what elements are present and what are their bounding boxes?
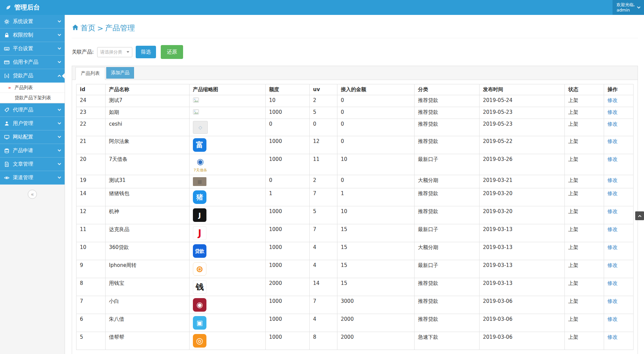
tab-0[interactable]: 产品列表 bbox=[75, 67, 105, 80]
cell-name: 如期 bbox=[106, 107, 190, 119]
table-row: 9Iphone周转⊛1000415最新口子2019-03-13上架修改 bbox=[76, 260, 634, 278]
breadcrumb: 首页 > 产品管理 bbox=[72, 15, 638, 38]
cell-status: 上架 bbox=[565, 119, 604, 136]
app-header: 管理后台 欢迎光临, admin bbox=[0, 0, 644, 15]
app-title: 管理后台 bbox=[14, 3, 40, 12]
cell-action: 修改 bbox=[604, 206, 634, 224]
edit-link[interactable]: 修改 bbox=[607, 244, 618, 250]
cell-date: 2019-03-20 bbox=[480, 188, 565, 206]
cell-amount: 0 bbox=[337, 95, 415, 107]
filter-button[interactable]: 筛选 bbox=[136, 46, 156, 58]
column-header-date: 发布时间 bbox=[480, 84, 565, 95]
edit-link[interactable]: 修改 bbox=[607, 109, 618, 115]
back-to-top-button[interactable] bbox=[635, 211, 644, 220]
cell-thumb: ◇ bbox=[190, 119, 266, 136]
sidebar-item-9[interactable]: 文章管理 bbox=[0, 158, 65, 171]
cell-status: 上架 bbox=[565, 296, 604, 314]
sidebar-item-8[interactable]: 产品申请 bbox=[0, 144, 65, 158]
home-icon bbox=[72, 24, 79, 33]
product-thumbnail: ▦ bbox=[193, 177, 206, 186]
breadcrumb-home-link[interactable]: 首页 bbox=[72, 23, 95, 33]
edit-link[interactable]: 修改 bbox=[607, 190, 618, 196]
cell-thumb bbox=[190, 95, 266, 107]
cell-thumb: ⊛ bbox=[190, 260, 266, 278]
sidebar-nav: 系统设置权限控制平台设置信用卡产品$贷款产品»产品列表»贷款产品下架列表代理产品… bbox=[0, 15, 65, 185]
cell-amount: 15 bbox=[337, 224, 415, 242]
account-dropdown[interactable]: 欢迎光临, admin bbox=[613, 0, 644, 15]
tab-1[interactable]: 添加产品 bbox=[106, 67, 134, 79]
cell-amount: 0 bbox=[337, 119, 415, 136]
cell-category: 最新口子 bbox=[415, 154, 480, 175]
column-header-uv: uv bbox=[310, 84, 337, 95]
cell-action: 修改 bbox=[604, 107, 634, 119]
cell-quota: 1000 bbox=[266, 260, 310, 278]
sidebar-item-4[interactable]: $贷款产品 bbox=[0, 69, 65, 83]
sidebar-item-0[interactable]: 系统设置 bbox=[0, 15, 65, 28]
cell-status: 上架 bbox=[565, 175, 604, 188]
cell-thumb: 富 bbox=[190, 136, 266, 154]
edit-link[interactable]: 修改 bbox=[607, 316, 618, 322]
cell-quota: 1000 bbox=[266, 107, 310, 119]
cell-category: 最新口子 bbox=[415, 260, 480, 278]
caret-down-icon bbox=[127, 51, 129, 53]
cell-quota: 1000 bbox=[266, 136, 310, 154]
sidebar-item-1[interactable]: 权限控制 bbox=[0, 28, 65, 42]
sidebar-collapse-button[interactable]: « bbox=[28, 190, 37, 199]
cell-thumb: 猪 bbox=[190, 188, 266, 206]
edit-link[interactable]: 修改 bbox=[607, 262, 618, 268]
cell-category: 急速下款 bbox=[415, 332, 480, 350]
sidebar-item-2[interactable]: 平台设置 bbox=[0, 42, 65, 56]
cell-status: 上架 bbox=[565, 188, 604, 206]
sidebar-item-6[interactable]: 用户管理 bbox=[0, 117, 65, 130]
cell-name: 7天借条 bbox=[106, 154, 190, 175]
cell-id: 6 bbox=[76, 314, 106, 332]
edit-link[interactable]: 修改 bbox=[607, 298, 618, 304]
edit-link[interactable]: 修改 bbox=[607, 334, 618, 340]
page-title: 产品管理 bbox=[105, 23, 135, 33]
sidebar-item-10[interactable]: 渠道管理 bbox=[0, 171, 65, 185]
cell-status: 上架 bbox=[565, 242, 604, 260]
edit-link[interactable]: 修改 bbox=[607, 177, 618, 183]
sidebar: 系统设置权限控制平台设置信用卡产品$贷款产品»产品列表»贷款产品下架列表代理产品… bbox=[0, 15, 65, 354]
product-thumbnail: ◇ bbox=[193, 121, 208, 134]
chevron-down-icon bbox=[58, 135, 61, 138]
reset-button[interactable]: 还原 bbox=[161, 45, 183, 59]
category-select[interactable]: 请选择分类 bbox=[97, 47, 132, 57]
user-icon bbox=[4, 121, 9, 126]
cell-id: 21 bbox=[76, 136, 106, 154]
cell-id: 10 bbox=[76, 242, 106, 260]
edit-link[interactable]: 修改 bbox=[607, 97, 618, 103]
cell-category: 最新口子 bbox=[415, 224, 480, 242]
sidebar-item-7[interactable]: 网站配置 bbox=[0, 130, 65, 144]
cell-category: 推荐贷款 bbox=[415, 136, 480, 154]
sidebar-subitem-1[interactable]: »贷款产品下架列表 bbox=[0, 93, 65, 103]
sidebar-item-5[interactable]: 代理产品 bbox=[0, 103, 65, 117]
edit-link[interactable]: 修改 bbox=[607, 226, 618, 232]
cell-amount: 15 bbox=[337, 260, 415, 278]
cell-category: 大额分期 bbox=[415, 242, 480, 260]
table-row: 21阿尔法象富1000120推荐贷款2019-05-22上架修改 bbox=[76, 136, 634, 154]
cell-quota: 1 bbox=[266, 188, 310, 206]
cell-date: 2019-03-13 bbox=[480, 242, 565, 260]
edit-link[interactable]: 修改 bbox=[607, 138, 618, 144]
document-icon bbox=[4, 162, 9, 167]
cell-quota: 0 bbox=[266, 119, 310, 136]
cell-status: 上架 bbox=[565, 260, 604, 278]
cell-action: 修改 bbox=[604, 296, 634, 314]
sidebar-subitem-0[interactable]: »产品列表 bbox=[0, 83, 65, 93]
chevron-down-icon bbox=[58, 175, 61, 179]
product-thumbnail: ◉7天借条 bbox=[193, 156, 208, 173]
cell-name: Iphone周转 bbox=[106, 260, 190, 278]
sidebar-submenu: »产品列表»贷款产品下架列表 bbox=[0, 83, 65, 103]
column-header-category: 分类 bbox=[415, 84, 480, 95]
table-row: 5借帮帮◎100082000急速下款2019-03-06上架修改 bbox=[76, 332, 634, 350]
edit-link[interactable]: 修改 bbox=[607, 208, 618, 214]
edit-link[interactable]: 修改 bbox=[607, 280, 618, 286]
edit-link[interactable]: 修改 bbox=[607, 156, 618, 162]
cell-name: 机神 bbox=[106, 206, 190, 224]
sidebar-item-3[interactable]: 信用卡产品 bbox=[0, 56, 65, 69]
cell-date: 2019-05-22 bbox=[480, 136, 565, 154]
edit-link[interactable]: 修改 bbox=[607, 121, 618, 127]
sidebar-item-label: 平台设置 bbox=[13, 45, 55, 52]
cell-thumb: ◉ bbox=[190, 296, 266, 314]
